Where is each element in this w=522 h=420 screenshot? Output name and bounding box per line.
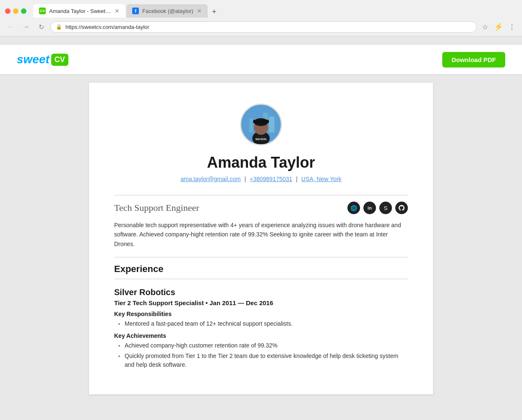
job-period: Jan 2011 — Dec 2016 [209,299,273,306]
svg-rect-2 [269,117,274,132]
list-item: Mentored a fast-paced team of 12+ techni… [125,319,408,328]
sweetcv-tab-icon: CV [39,8,46,14]
maximize-button[interactable] [21,8,26,14]
website-icon[interactable]: 🌐 [347,202,360,214]
forward-button[interactable]: → [20,21,32,33]
separator-2: | [296,176,298,182]
logo-sweet-text: sweet [17,53,50,66]
tab-sweetcv[interactable]: CV Amanda Taylor - SweetCV ✕ [33,4,125,18]
responsibility-text: Mentored a fast-paced team of 12+ techni… [125,320,292,327]
resume-card: NEW WORK Amanda Taylor ama.taylor@gmail.… [89,83,433,394]
url-text: https://sweetcv.com/amanda-taylor [65,24,471,30]
sweetcv-tab-label: Amanda Taylor - SweetCV [49,8,111,14]
skype-icon[interactable]: S [379,202,392,214]
job-title: Tier 2 Tech Support Specialist [114,299,204,306]
window-controls [5,8,26,14]
social-icons: 🌐 in S [347,202,408,214]
achievements-title: Key Achievements [114,332,408,339]
phone-link[interactable]: +380989175031 [250,176,292,182]
company-name: Silver Robotics [114,288,408,297]
address-bar[interactable]: 🔒 https://sweetcv.com/amanda-taylor [50,21,477,33]
sweetcv-tab-close[interactable]: ✕ [115,8,120,14]
tabs-bar: CV Amanda Taylor - SweetCV ✕ f Facebook … [33,4,517,18]
job-bullet: • [206,299,209,306]
avatar-svg: NEW WORK [241,105,281,144]
list-item: Quickly promoted from Tier 1 to the Tier… [125,352,408,369]
close-button[interactable] [5,8,10,14]
list-item: Achieved company-high customer retention… [125,341,408,350]
divider-2 [114,257,408,257]
page-wrapper: sweet CV Download PDF [0,36,522,411]
site-logo: sweet CV [17,53,68,66]
responsibilities-list: Mentored a fast-paced team of 12+ techni… [114,319,408,328]
achievement-text-1: Achieved company-high customer retention… [125,342,277,349]
new-tab-button[interactable]: + [209,6,220,18]
responsibilities-title: Key Responsibilities [114,311,408,317]
browser-chrome: CV Amanda Taylor - SweetCV ✕ f Facebook … [0,0,522,36]
logo-cv-text: CV [51,54,68,66]
back-button[interactable]: ← [5,21,17,33]
resume-header: NEW WORK Amanda Taylor ama.taylor@gmail.… [114,104,408,182]
facebook-tab-icon: f [132,8,139,14]
github-icon[interactable] [395,202,408,214]
bio-text: Personable tech support representative w… [114,220,408,249]
contact-line: ama.taylor@gmail.com | +380989175031 | U… [114,176,408,182]
lock-icon: 🔒 [56,24,62,30]
job-title-period: Tier 2 Tech Support Specialist • Jan 201… [114,299,408,306]
site-header: sweet CV Download PDF [0,45,522,74]
achievement-text-2: Quickly promoted from Tier 1 to the Tier… [125,353,398,368]
achievements-list: Achieved company-high customer retention… [114,341,408,369]
nav-bar: ← → ↻ 🔒 https://sweetcv.com/amanda-taylo… [0,18,522,36]
divider-1 [114,195,408,195]
experience-title: Experience [114,264,408,275]
menu-icon[interactable]: ⋮ [507,22,517,32]
profile-icon[interactable]: ⚡ [493,22,504,32]
bookmark-icon[interactable]: ☆ [480,22,490,32]
avatar: NEW WORK [240,104,282,145]
resume-name: Amanda Taylor [114,154,408,171]
minimize-button[interactable] [13,8,18,14]
role-title: Tech Support Engineer [114,202,199,213]
divider-3 [114,279,408,279]
download-pdf-button[interactable]: Download PDF [442,52,505,67]
tab-facebook[interactable]: f Facebook (@ataylor) ✕ [126,4,208,18]
location-link[interactable]: USA, New York [301,176,342,182]
facebook-tab-label: Facebook (@ataylor) [142,8,193,14]
browser-actions: ☆ ⚡ ⋮ [480,22,517,32]
linkedin-icon[interactable]: in [363,202,376,214]
svg-rect-3 [249,119,253,132]
email-link[interactable]: ama.taylor@gmail.com [180,176,240,182]
facebook-tab-close[interactable]: ✕ [197,8,202,14]
separator-1: | [244,176,246,182]
reload-button[interactable]: ↻ [35,21,47,33]
svg-rect-10 [253,120,269,123]
title-bar: CV Amanda Taylor - SweetCV ✕ f Facebook … [0,0,522,18]
role-section: Tech Support Engineer 🌐 in S [114,202,408,214]
svg-text:NEW WORK: NEW WORK [255,138,267,140]
